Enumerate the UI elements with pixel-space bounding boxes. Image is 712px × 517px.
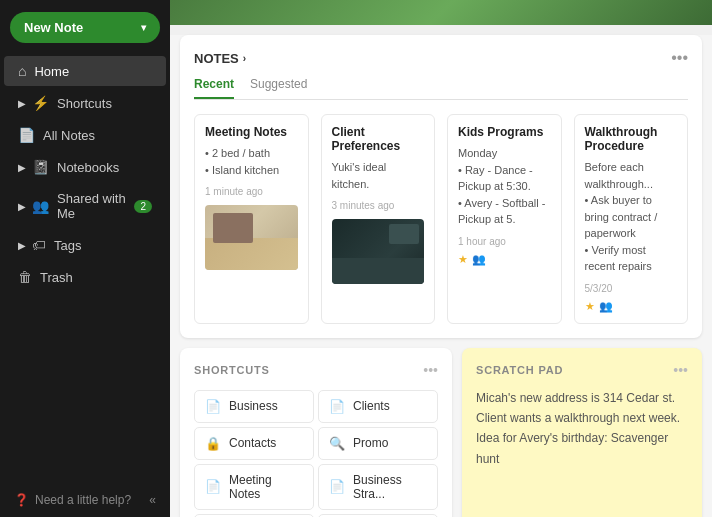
document-icon: 📄 (329, 479, 345, 494)
lock-icon: 🔒 (205, 436, 221, 451)
note-body: • 2 bed / bath• Island kitchen (205, 145, 298, 178)
shortcut-business-stra[interactable]: 📄 Business Stra... (318, 464, 438, 510)
scratch-header: SCRATCH PAD ••• (476, 362, 688, 378)
note-footer: ★ 👥 (458, 253, 551, 266)
note-title: Meeting Notes (205, 125, 298, 139)
document-icon: 📄 (205, 399, 221, 414)
shortcut-contacts[interactable]: 🔒 Contacts (194, 427, 314, 460)
note-card-client-preferences[interactable]: Client Preferences Yuki's ideal kitchen.… (321, 114, 436, 324)
sidebar-item-all-notes[interactable]: 📄 All Notes (4, 120, 166, 150)
note-time: 5/3/20 (585, 283, 678, 294)
shortcut-label: Business (229, 399, 278, 413)
help-left: ❓ Need a little help? (14, 493, 131, 507)
scratch-menu-icon[interactable]: ••• (673, 362, 688, 378)
note-body: Before each walkthrough...• Ask buyer to… (585, 159, 678, 275)
note-card-walkthrough[interactable]: Walkthrough Procedure Before each walkth… (574, 114, 689, 324)
shortcuts-menu-icon[interactable]: ••• (423, 362, 438, 378)
shortcuts-section: SHORTCUTS ••• 📄 Business 📄 Clients 🔒 Con (180, 348, 452, 518)
sidebar: New Note ▾ ⌂ Home ▶ ⚡ Shortcuts 📄 All No… (0, 0, 170, 517)
main-content: NOTES › ••• Recent Suggested Meeting Not… (170, 0, 712, 517)
search-icon: 🔍 (329, 436, 345, 451)
notes-icon: 📄 (18, 127, 35, 143)
shortcut-personal-proj[interactable]: 📄 Personal Proj... (318, 514, 438, 518)
help-label: Need a little help? (35, 493, 131, 507)
arrow-icon: › (243, 53, 246, 64)
notes-cards: Meeting Notes • 2 bed / bath• Island kit… (194, 114, 688, 324)
notes-title-text: NOTES (194, 51, 239, 66)
sidebar-item-home[interactable]: ⌂ Home (4, 56, 166, 86)
chevron-down-icon: ▾ (141, 22, 146, 33)
note-footer: ★ 👥 (585, 300, 678, 313)
help-icon: ❓ (14, 493, 29, 507)
sidebar-item-shared[interactable]: ▶ 👥 Shared with Me 2 (4, 184, 166, 228)
sidebar-item-notebooks[interactable]: ▶ 📓 Notebooks (4, 152, 166, 182)
shortcut-business[interactable]: 📄 Business (194, 390, 314, 423)
notes-header: NOTES › ••• (194, 49, 688, 67)
top-background (170, 0, 712, 25)
sidebar-item-label: Shared with Me (57, 191, 134, 221)
scratch-pad-section: SCRATCH PAD ••• Micah's new address is 3… (462, 348, 702, 518)
help-footer[interactable]: ❓ Need a little help? « (0, 483, 170, 517)
tags-icon: 🏷 (32, 237, 46, 253)
sidebar-item-label: Home (34, 64, 69, 79)
sidebar-item-shortcuts[interactable]: ▶ ⚡ Shortcuts (4, 88, 166, 118)
notes-section: NOTES › ••• Recent Suggested Meeting Not… (180, 35, 702, 338)
sidebar-item-label: All Notes (43, 128, 95, 143)
expand-icon: ▶ (18, 98, 26, 109)
sidebar-item-label: Notebooks (57, 160, 119, 175)
main-area: NOTES › ••• Recent Suggested Meeting Not… (170, 35, 712, 517)
note-body: Yuki's ideal kitchen. (332, 159, 425, 192)
home-icon: ⌂ (18, 63, 26, 79)
notes-tabs: Recent Suggested (194, 77, 688, 100)
shortcut-label: Promo (353, 436, 388, 450)
people-icon: 👥 (599, 300, 613, 313)
expand-icon: ▶ (18, 201, 26, 212)
star-icon: ★ (458, 253, 468, 266)
shortcuts-grid: 📄 Business 📄 Clients 🔒 Contacts 🔍 Promo (194, 390, 438, 518)
note-title: Client Preferences (332, 125, 425, 153)
shortcuts-icon: ⚡ (32, 95, 49, 111)
trash-icon: 🗑 (18, 269, 32, 285)
shortcut-meeting-notes[interactable]: 📄 Meeting Notes (194, 464, 314, 510)
note-title: Kids Programs (458, 125, 551, 139)
note-time: 3 minutes ago (332, 200, 425, 211)
sidebar-item-label: Shortcuts (57, 96, 112, 111)
note-image (205, 205, 298, 270)
tab-suggested[interactable]: Suggested (250, 77, 307, 99)
note-body: Monday• Ray - Dance - Pickup at 5:30.• A… (458, 145, 551, 228)
shortcut-clients[interactable]: 📄 Clients (318, 390, 438, 423)
shortcuts-header: SHORTCUTS ••• (194, 362, 438, 378)
shortcut-label: Contacts (229, 436, 276, 450)
bottom-sections: SHORTCUTS ••• 📄 Business 📄 Clients 🔒 Con (180, 348, 702, 518)
scratch-title: SCRATCH PAD (476, 364, 563, 376)
document-icon: 📄 (205, 479, 221, 494)
sidebar-item-trash[interactable]: 🗑 Trash (4, 262, 166, 292)
note-time: 1 hour ago (458, 236, 551, 247)
expand-icon: ▶ (18, 162, 26, 173)
notebook-icon: 📓 (32, 159, 49, 175)
shortcut-promo[interactable]: 🔍 Promo (318, 427, 438, 460)
notes-menu-icon[interactable]: ••• (671, 49, 688, 67)
collapse-icon[interactable]: « (149, 493, 156, 507)
document-icon: 📄 (329, 399, 345, 414)
note-image (332, 219, 425, 284)
shortcuts-title: SHORTCUTS (194, 364, 270, 376)
badge: 2 (134, 200, 152, 213)
tab-recent[interactable]: Recent (194, 77, 234, 99)
note-card-kids-programs[interactable]: Kids Programs Monday• Ray - Dance - Pick… (447, 114, 562, 324)
sidebar-item-label: Tags (54, 238, 81, 253)
sidebar-item-tags[interactable]: ▶ 🏷 Tags (4, 230, 166, 260)
new-note-button[interactable]: New Note ▾ (10, 12, 160, 43)
note-card-meeting-notes[interactable]: Meeting Notes • 2 bed / bath• Island kit… (194, 114, 309, 324)
scratch-body[interactable]: Micah's new address is 314 Cedar st. Cli… (476, 388, 688, 470)
people-icon: 👥 (472, 253, 486, 266)
sidebar-item-label: Trash (40, 270, 73, 285)
new-note-label: New Note (24, 20, 83, 35)
star-icon: ★ (585, 300, 595, 313)
expand-icon: ▶ (18, 240, 26, 251)
notes-title: NOTES › (194, 51, 246, 66)
note-time: 1 minute ago (205, 186, 298, 197)
note-title: Walkthrough Procedure (585, 125, 678, 153)
shortcut-label: Business Stra... (353, 473, 427, 501)
shortcut-todo-list[interactable]: 📄 To-do List (194, 514, 314, 518)
